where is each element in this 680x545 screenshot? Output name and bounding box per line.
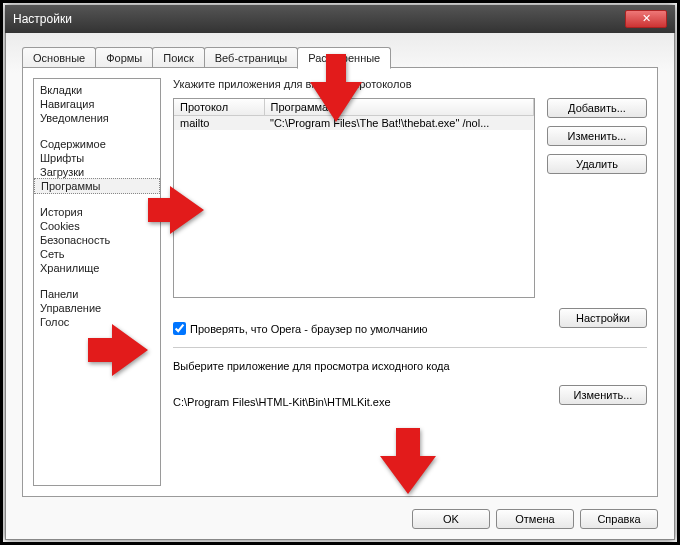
close-button[interactable]: ✕ [625,10,667,28]
sidebar-item-fonts[interactable]: Шрифты [34,151,160,165]
sidebar-item-panels[interactable]: Панели [34,287,160,301]
sidebar-item-notifications[interactable]: Уведомления [34,111,160,125]
tab-general[interactable]: Основные [22,47,96,69]
sidebar-item-programs[interactable]: Программы [34,178,160,194]
content-area: Укажите приложения для внешних протоколо… [173,78,647,486]
sidebar-item-control[interactable]: Управление [34,301,160,315]
tab-search[interactable]: Поиск [152,47,204,69]
protocols-table[interactable]: Протокол Программа mailto "C:\Program Fi… [173,98,535,298]
protocols-heading: Укажите приложения для внешних протоколо… [173,78,647,90]
cell-protocol: mailto [174,116,264,131]
edit-source-button[interactable]: Изменить... [559,385,647,405]
sidebar-item-network[interactable]: Сеть [34,247,160,261]
add-button[interactable]: Добавить... [547,98,647,118]
cell-program: "C:\Program Files\The Bat!\thebat.exe" /… [264,116,534,131]
svg-marker-1 [148,186,204,234]
cancel-button[interactable]: Отмена [496,509,574,529]
sidebar-item-security[interactable]: Безопасность [34,233,160,247]
svg-marker-3 [380,428,436,494]
titlebar: Настройки ✕ [5,5,675,33]
sidebar-item-navigation[interactable]: Навигация [34,97,160,111]
help-button[interactable]: Справка [580,509,658,529]
sidebar-item-cookies[interactable]: Cookies [34,219,160,233]
col-program[interactable]: Программа [264,99,534,116]
panel: Вкладки Навигация Уведомления Содержимое… [22,67,658,497]
sidebar-item-storage[interactable]: Хранилище [34,261,160,275]
svg-marker-0 [310,54,362,122]
col-protocol[interactable]: Протокол [174,99,264,116]
default-browser-checkbox[interactable] [173,322,186,335]
delete-button[interactable]: Удалить [547,154,647,174]
ok-button[interactable]: OK [412,509,490,529]
arrow-annotation-icon [380,428,436,496]
sidebar-item-tabs[interactable]: Вкладки [34,83,160,97]
settings-button[interactable]: Настройки [559,308,647,328]
svg-marker-2 [88,324,148,376]
arrow-annotation-icon [310,54,362,124]
arrow-annotation-icon [88,324,148,378]
sidebar: Вкладки Навигация Уведомления Содержимое… [33,78,161,486]
dialog-buttons: OK Отмена Справка [412,509,658,529]
source-viewer-path: C:\Program Files\HTML-Kit\Bin\HTMLKit.ex… [173,396,547,408]
sidebar-item-downloads[interactable]: Загрузки [34,165,160,179]
sidebar-item-content[interactable]: Содержимое [34,137,160,151]
sidebar-item-history[interactable]: История [34,205,160,219]
divider [173,347,647,348]
source-viewer-label: Выберите приложение для просмотра исходн… [173,360,647,372]
arrow-annotation-icon [148,186,204,236]
tab-webpages[interactable]: Веб-страницы [204,47,299,69]
tab-forms[interactable]: Формы [95,47,153,69]
window-title: Настройки [13,12,625,26]
edit-button[interactable]: Изменить... [547,126,647,146]
default-browser-label: Проверять, что Opera - браузер по умолча… [190,323,428,335]
